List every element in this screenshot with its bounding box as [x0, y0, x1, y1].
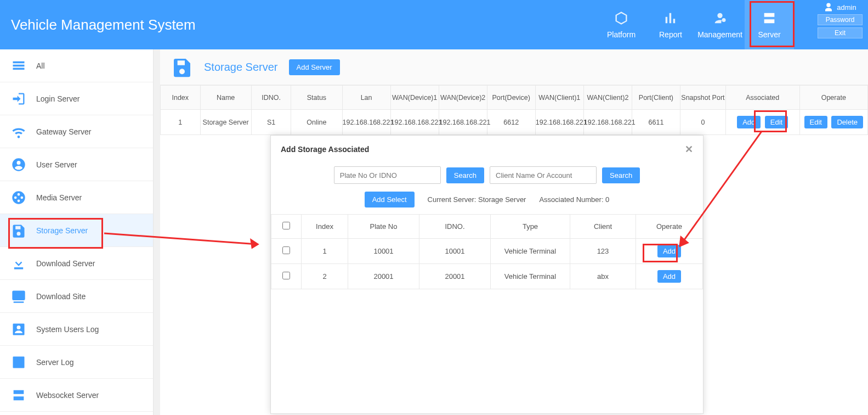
col-wan-dev2: WAN(Device)2 — [439, 86, 487, 110]
col-associated: Associated — [725, 86, 799, 110]
close-icon[interactable]: ✕ — [685, 143, 693, 155]
sidebar-label: User Server — [36, 160, 77, 169]
col-client: Client — [570, 215, 636, 239]
login-icon — [11, 91, 26, 106]
client-search-input[interactable] — [490, 166, 597, 184]
nav-report[interactable]: Report — [646, 0, 695, 49]
table-row: 1 Storage Server S1 Online 192.168.168.2… — [161, 110, 868, 135]
user-gear-icon — [712, 10, 728, 26]
sidebar-gateway-server[interactable]: Gateway Server — [0, 115, 153, 148]
sidebar-label: System Users Log — [36, 325, 99, 334]
col-idno: IDNO. — [419, 215, 491, 239]
server-icon — [762, 10, 777, 26]
page-header: Storage Server Add Server — [160, 49, 868, 85]
sidebar-scroll-gutter — [154, 49, 160, 415]
log-icon — [11, 355, 26, 370]
sidebar-label: Server Log — [36, 358, 73, 367]
select-all-checkbox[interactable] — [282, 222, 290, 229]
dialog-table-header-row: Index Plate No IDNO. Type Client Operate — [271, 215, 703, 239]
sidebar-storage-server[interactable]: Storage Server — [0, 214, 153, 247]
col-operate: Operate — [799, 86, 867, 110]
col-lan: Lan — [342, 86, 390, 110]
sidebar-download-site[interactable]: Download Site — [0, 280, 153, 313]
cell-client: abx — [570, 264, 636, 289]
cell-index: 1 — [302, 239, 348, 264]
sidebar-label: Login Server — [36, 94, 80, 103]
cell-plate: 10001 — [348, 239, 419, 264]
sidebar: All Login Server Gateway Server User Ser… — [0, 49, 154, 415]
add-storage-associated-dialog: Add Storage Associated ✕ Search Search A… — [270, 135, 704, 414]
operate-edit-button[interactable]: Edit — [804, 116, 827, 128]
nav-label: Platform — [607, 30, 636, 39]
col-wan-cli1: WAN(Client)1 — [535, 86, 583, 110]
user-row: admin — [824, 2, 856, 12]
cell-status: Online — [291, 110, 342, 135]
nav-platform[interactable]: Platform — [597, 0, 646, 49]
barchart-icon — [663, 10, 678, 26]
add-server-button[interactable]: Add Server — [289, 59, 340, 75]
top-nav: Platform Report Management Server — [597, 0, 794, 49]
add-select-button[interactable]: Add Select — [365, 192, 415, 208]
nav-management[interactable]: Management — [695, 0, 745, 49]
app-header: Vehicle Management System Platform Repor… — [0, 0, 868, 49]
cell-type: Vehicle Terminal — [491, 264, 570, 289]
sidebar-all[interactable]: All — [0, 49, 153, 82]
nav-label: Report — [659, 30, 682, 39]
dialog-title: Add Storage Associated — [281, 145, 369, 154]
sidebar-label: Media Server — [36, 193, 82, 202]
row-checkbox[interactable] — [282, 272, 290, 279]
col-index: Index — [161, 86, 201, 110]
cell-type: Vehicle Terminal — [491, 239, 570, 264]
assoc-add-button[interactable]: Add — [737, 116, 761, 128]
cell-wan-cli1: 192.168.168.221 — [535, 110, 583, 135]
row-add-button[interactable]: Add — [657, 270, 681, 283]
sidebar-media-server[interactable]: Media Server — [0, 181, 153, 214]
cell-lan: 192.168.168.221 — [342, 110, 390, 135]
row-checkbox[interactable] — [282, 246, 290, 254]
exit-button[interactable]: Exit — [818, 27, 863, 38]
save-icon — [11, 223, 26, 238]
current-server-label: Current Server: Storage Server — [428, 195, 526, 204]
cell-index: 1 — [161, 110, 201, 135]
nav-server[interactable]: Server — [745, 0, 794, 49]
dialog-header: Add Storage Associated ✕ — [271, 136, 703, 163]
sidebar-login-server[interactable]: Login Server — [0, 82, 153, 115]
sidebar-label: Gateway Server — [36, 127, 91, 136]
cell-port-cli: 6611 — [632, 110, 680, 135]
cell-wan-cli2: 192.168.168.221 — [583, 110, 632, 135]
assoc-edit-button[interactable]: Edit — [765, 116, 788, 128]
operate-delete-button[interactable]: Delete — [831, 116, 863, 128]
nav-label: Server — [758, 30, 780, 39]
sidebar-label: Storage Server — [36, 226, 88, 235]
cell-idno: 10001 — [419, 239, 491, 264]
row-add-button[interactable]: Add — [657, 245, 681, 257]
sidebar-server-log[interactable]: Server Log — [0, 346, 153, 379]
user-circle-icon — [11, 157, 26, 172]
sidebar-label: Download Site — [36, 292, 86, 301]
sidebar-label: Download Server — [36, 259, 95, 268]
cell-wan-dev1: 192.168.168.221 — [390, 110, 439, 135]
cell-idno: S1 — [251, 110, 291, 135]
servers-table: Index Name IDNO. Status Lan WAN(Device)1… — [160, 85, 868, 135]
plate-search-input[interactable] — [334, 166, 441, 184]
sidebar-system-users-log[interactable]: System Users Log — [0, 313, 153, 346]
sidebar-download-server[interactable]: Download Server — [0, 247, 153, 280]
wifi-icon — [11, 124, 26, 139]
cell-operate: Edit Delete — [799, 110, 867, 135]
password-button[interactable]: Password — [818, 14, 863, 25]
col-index: Index — [302, 215, 348, 239]
sidebar-websocket-server[interactable]: Websocket Server — [0, 379, 153, 412]
list-icon — [11, 58, 26, 74]
client-search-button[interactable]: Search — [602, 167, 640, 183]
plate-search-button[interactable]: Search — [446, 167, 484, 183]
cell-idno: 20001 — [419, 264, 491, 289]
socket-icon — [11, 388, 26, 403]
sidebar-user-server[interactable]: User Server — [0, 148, 153, 181]
dialog-controls: Search Search — [271, 163, 703, 189]
col-select — [271, 215, 302, 239]
sidebar-label: All — [36, 61, 45, 70]
cell-wan-dev2: 192.168.168.221 — [439, 110, 487, 135]
save-icon — [171, 56, 193, 78]
col-plate: Plate No — [348, 215, 419, 239]
dialog-subrow: Add Select Current Server: Storage Serve… — [271, 189, 703, 214]
